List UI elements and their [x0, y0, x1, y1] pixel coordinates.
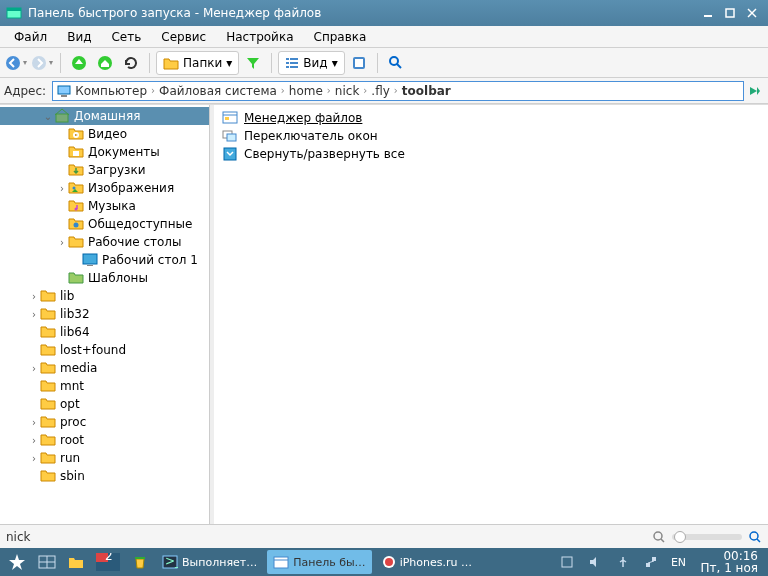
taskbar-app[interactable]: iPhones.ru …: [376, 550, 478, 574]
trash-button[interactable]: [128, 550, 152, 574]
tray-usb-icon[interactable]: [611, 550, 635, 574]
tree-item-label: Изображения: [88, 181, 174, 195]
path-segment[interactable]: home: [289, 84, 323, 98]
tree-pane[interactable]: ⌄ДомашняяВидеоДокументыЗагрузки›Изображе…: [0, 105, 210, 524]
forward-button[interactable]: ▾: [30, 51, 54, 75]
svg-rect-45: [96, 562, 108, 571]
show-desktop-button[interactable]: [34, 550, 60, 574]
tree-item[interactable]: Загрузки: [0, 161, 209, 179]
expand-toggle[interactable]: ›: [56, 183, 68, 194]
svg-rect-29: [87, 265, 93, 266]
tree-item[interactable]: Шаблоны: [0, 269, 209, 287]
search-button[interactable]: [384, 51, 408, 75]
zoom-out-icon[interactable]: [652, 530, 666, 544]
path-segment[interactable]: nick: [335, 84, 360, 98]
pager[interactable]: 2: [92, 550, 124, 574]
separator: [377, 53, 378, 73]
tree-item[interactable]: ›run: [0, 449, 209, 467]
svg-point-7: [32, 56, 46, 70]
disk-button[interactable]: [347, 51, 371, 75]
slider-knob[interactable]: [674, 531, 686, 543]
folder-icon: [40, 396, 56, 412]
folders-label: Папки: [183, 56, 222, 70]
tree-item[interactable]: Музыка: [0, 197, 209, 215]
zoom-in-icon[interactable]: [748, 530, 762, 544]
menu-service[interactable]: Сервис: [151, 27, 216, 47]
expand-toggle[interactable]: ⌄: [42, 111, 54, 122]
tree-item[interactable]: Рабочий стол 1: [0, 251, 209, 269]
path-segment-current[interactable]: toolbar: [402, 84, 451, 98]
list-item[interactable]: Свернуть/развернуть все: [218, 145, 764, 163]
svg-rect-13: [290, 62, 298, 64]
expand-toggle[interactable]: ›: [28, 291, 40, 302]
clock[interactable]: 00:16 Пт, 1 ноя: [695, 550, 765, 574]
tree-item[interactable]: opt: [0, 395, 209, 413]
menu-view[interactable]: Вид: [57, 27, 101, 47]
status-text: nick: [6, 530, 652, 544]
tree-item[interactable]: ›lib32: [0, 305, 209, 323]
path-segment[interactable]: .fly: [371, 84, 389, 98]
folders-selector[interactable]: Папки ▾: [156, 51, 239, 75]
back-button[interactable]: ▾: [4, 51, 28, 75]
maximize-button[interactable]: [720, 4, 740, 22]
close-button[interactable]: [742, 4, 762, 22]
filter-button[interactable]: [241, 51, 265, 75]
expand-toggle[interactable]: ›: [28, 309, 40, 320]
tree-item-label: Документы: [88, 145, 160, 159]
zoom-slider[interactable]: [672, 534, 742, 540]
refresh-button[interactable]: [119, 51, 143, 75]
tray-network-icon[interactable]: [639, 550, 663, 574]
expand-toggle[interactable]: ›: [28, 417, 40, 428]
svg-rect-28: [83, 254, 97, 264]
tree-item[interactable]: Общедоступные: [0, 215, 209, 233]
expand-toggle[interactable]: ›: [28, 435, 40, 446]
path-segment[interactable]: Компьютер: [75, 84, 147, 98]
tree-item[interactable]: mnt: [0, 377, 209, 395]
tree-item[interactable]: lost+found: [0, 341, 209, 359]
menu-help[interactable]: Справка: [304, 27, 377, 47]
tree-item[interactable]: lib64: [0, 323, 209, 341]
up-button[interactable]: [67, 51, 91, 75]
list-item[interactable]: Переключатель окон: [218, 127, 764, 145]
start-button[interactable]: [4, 550, 30, 574]
chevron-right-icon: ›: [327, 85, 331, 96]
tree-item-label: lib32: [60, 307, 90, 321]
tree-item[interactable]: sbin: [0, 467, 209, 485]
menu-settings[interactable]: Настройка: [216, 27, 303, 47]
home-button[interactable]: [93, 51, 117, 75]
menu-file[interactable]: Файл: [4, 27, 57, 47]
expand-toggle[interactable]: ›: [56, 237, 68, 248]
folder-icon: [40, 378, 56, 394]
path-segment[interactable]: Файловая система: [159, 84, 277, 98]
tree-item[interactable]: Видео: [0, 125, 209, 143]
language-indicator[interactable]: EN: [667, 550, 691, 574]
folder-icon: [40, 468, 56, 484]
expand-toggle[interactable]: ›: [28, 453, 40, 464]
tree-item[interactable]: ›Рабочие столы: [0, 233, 209, 251]
address-path[interactable]: Компьютер › Файловая система › home › ni…: [52, 81, 744, 101]
taskbar-app[interactable]: >_ Выполняет…: [156, 550, 263, 574]
list-pane[interactable]: Менеджер файловПереключатель оконСвернут…: [214, 105, 768, 524]
tree-item[interactable]: ›Изображения: [0, 179, 209, 197]
tree-item-label: Рабочий стол 1: [102, 253, 198, 267]
tree-item[interactable]: ›media: [0, 359, 209, 377]
go-button[interactable]: [744, 84, 764, 98]
tree-item[interactable]: ⌄Домашняя: [0, 107, 209, 125]
tree-item[interactable]: Документы: [0, 143, 209, 161]
svg-line-19: [397, 64, 401, 68]
list-item-label: Переключатель окон: [244, 129, 378, 143]
expand-toggle[interactable]: ›: [28, 363, 40, 374]
tree-item[interactable]: ›root: [0, 431, 209, 449]
menu-network[interactable]: Сеть: [101, 27, 151, 47]
list-item[interactable]: Менеджер файлов: [218, 109, 764, 127]
tray-notification-icon[interactable]: [555, 550, 579, 574]
taskbar-app[interactable]: Панель бы…: [267, 550, 371, 574]
separator: [60, 53, 61, 73]
view-selector[interactable]: Вид ▾: [278, 51, 344, 75]
minimize-button[interactable]: [698, 4, 718, 22]
file-manager-launcher[interactable]: [64, 550, 88, 574]
tree-item[interactable]: ›lib: [0, 287, 209, 305]
tray-volume-icon[interactable]: [583, 550, 607, 574]
tree-item[interactable]: ›proc: [0, 413, 209, 431]
tree-item-label: lib: [60, 289, 74, 303]
